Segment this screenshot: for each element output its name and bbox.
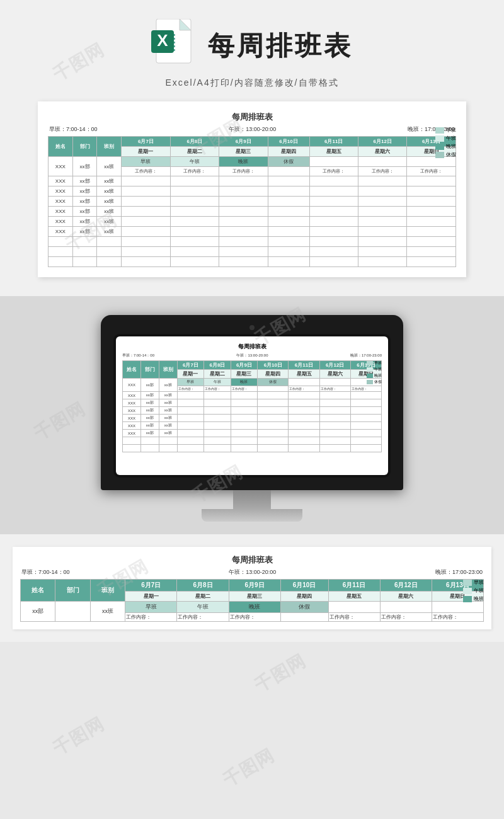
table-row: XXX xx部 xx班 xyxy=(49,197,456,207)
excel-icon: X xyxy=(151,19,195,72)
table-row: xx部 xx班 早班 午班 晚班 休假 xyxy=(21,602,484,613)
monitor-section: 每周排班表 早班：7:00-14：00 午班：13:00-20:00 晚班：17… xyxy=(0,296,504,534)
table-row: XXXxx部xx班 xyxy=(123,430,382,437)
bottom-card: 每周排班表 早班：7:00-14：00 午班：13:00-20:00 晚班：17… xyxy=(13,547,491,629)
monitor-outer: 每周排班表 早班：7:00-14：00 午班：13:00-20:00 晚班：17… xyxy=(101,315,403,490)
table-row: XXX xx部 xx班 早班 午班 晚班 休假 xyxy=(123,379,382,386)
col-dept: 部门 xyxy=(72,137,97,157)
table-row: XXX xx部 xx班 xyxy=(49,227,456,237)
table-row: XXX xx部 xx班 xyxy=(49,217,456,227)
bottom-table: 姓名 部门 班别 6月7日 6月8日 6月9日 6月10日 6月11日 6月12… xyxy=(20,579,484,622)
legend-1: 早班 午班 晚班 休假 xyxy=(435,127,456,159)
col-date-0: 6月7日 xyxy=(122,137,170,147)
table-row-empty xyxy=(49,257,456,267)
table-row: XXX xx部 xx班 xyxy=(49,186,456,197)
monitor-base xyxy=(202,509,302,522)
bottom-subtitle: 早班：7:00-14：00 午班：13:00-20:00 晚班：17:00-23… xyxy=(20,568,484,576)
col-name: 姓名 xyxy=(49,137,73,157)
monitor-camera xyxy=(249,325,255,330)
col-shift: 班别 xyxy=(97,137,122,157)
bottom-title: 每周排班表 xyxy=(20,554,484,566)
table-row: XXX xx部 xx班 xyxy=(49,176,456,186)
main-title: 每周排班表 xyxy=(208,28,353,64)
table-row: XXX xx部 xx班 早班 午班 晚班 休假 xyxy=(49,157,456,167)
monitor-bezel: 每周排班表 早班：7:00-14：00 午班：13:00-20:00 晚班：17… xyxy=(113,334,391,478)
table-row-empty xyxy=(49,247,456,257)
preview-card-1: 每周排班表 早班：7:00-14：00 午班：13:00-20:00 晚班：17… xyxy=(38,101,466,277)
table-row: XXXxx部xx班 xyxy=(123,392,382,399)
schedule-table-1: 姓名 部门 班别 6月7日 6月8日 6月9日 6月10日 6月11日 6月12… xyxy=(48,136,456,267)
monitor: 每周排班表 早班：7:00-14：00 午班：13:00-20:00 晚班：17… xyxy=(101,315,403,522)
table-row-empty xyxy=(123,445,382,452)
schedule-subtitle-1: 早班：7:00-14：00 午班：13:00-20:00 晚班：17:00-23… xyxy=(48,125,456,134)
col-date-4: 6月11日 xyxy=(309,137,358,147)
table-row: XXXxx部xx班 xyxy=(123,399,382,407)
bottom-legend: 早班 午班 晚班 xyxy=(463,579,484,604)
monitor-title: 每周排班表 xyxy=(122,343,382,351)
col-date-2: 6月9日 xyxy=(219,137,268,147)
table-row-empty xyxy=(123,437,382,445)
monitor-screen: 每周排班表 早班：7:00-14：00 午班：13:00-20:00 晚班：17… xyxy=(116,336,388,475)
table-row: XXXxx部xx班 xyxy=(123,407,382,415)
col-date-3: 6月10日 xyxy=(268,137,309,147)
monitor-legend: 早班 午班 晚班 休假 xyxy=(367,360,382,385)
table-row: XXXxx部xx班 xyxy=(123,422,382,430)
top-section: X 每周排班表 Excel/A4打印/内容随意修改/自带格式 每周排班表 早班：… xyxy=(0,0,504,296)
monitor-neck xyxy=(233,490,271,509)
table-row-empty xyxy=(49,237,456,247)
table-row: XXX xx部 xx班 xyxy=(49,207,456,217)
col-date-1: 6月8日 xyxy=(170,137,219,147)
header-row: X 每周排班表 xyxy=(151,19,353,72)
schedule-title-1: 每周排班表 xyxy=(48,112,456,123)
monitor-table: 姓名 部门 班别 6月7日 6月8日 6月9日 6月10日 6月11日 6月12… xyxy=(122,360,382,452)
monitor-times: 早班：7:00-14：00 午班：13:00-20:00 晚班：17:00-23… xyxy=(122,353,382,358)
bottom-section: 每周排班表 早班：7:00-14：00 午班：13:00-20:00 晚班：17… xyxy=(0,534,504,642)
col-date-5: 6月12日 xyxy=(358,137,406,147)
subtitle: Excel/A4打印/内容随意修改/自带格式 xyxy=(165,77,338,89)
table-row: XXXxx部xx班 xyxy=(123,415,382,422)
svg-text:X: X xyxy=(157,31,168,50)
